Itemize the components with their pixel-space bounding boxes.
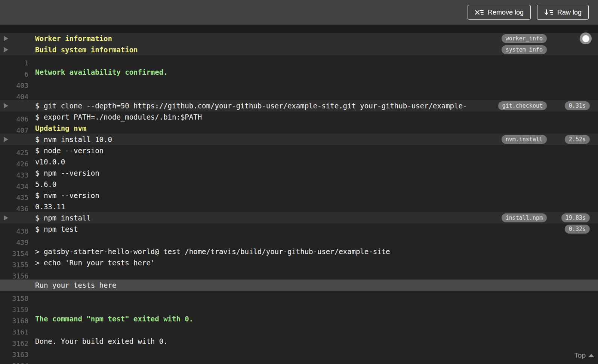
log-line-text: 0.33.11 xyxy=(35,201,598,212)
log-line-text: v10.0.0 xyxy=(35,156,598,167)
log-line-gutter: 3158 xyxy=(0,268,28,280)
fold-toggle-icon[interactable] xyxy=(4,47,8,52)
log-line: 404 Network availability confirmed. xyxy=(0,67,598,78)
log-line-text: Done. Your build exited with 0. xyxy=(35,336,598,347)
log-line-gutter: 3161 xyxy=(0,302,28,313)
build-log: 1 Worker information worker_info 6 Build… xyxy=(0,33,598,347)
raw-log-button[interactable]: Raw log xyxy=(537,5,589,20)
log-line: 407 $ git clone --depth=50 https://githu… xyxy=(0,100,598,111)
log-line-gutter: 436 xyxy=(0,179,28,190)
fold-name-badge: system_info xyxy=(502,45,547,54)
fold-name-badge: nvm.install xyxy=(502,135,547,144)
log-line: 406 xyxy=(0,89,598,100)
log-line-text: $ npm --version xyxy=(35,167,598,179)
top-link-label: Top xyxy=(574,351,586,360)
log-line-gutter: 3160 xyxy=(0,291,28,302)
log-line-text: > gatsby-starter-hello-world@ test /home… xyxy=(35,246,598,257)
fold-name-badge: install.npm xyxy=(502,213,547,222)
triangle-up-icon xyxy=(588,354,594,357)
log-line: 433 $ node --version xyxy=(0,145,598,156)
log-line-gutter: 439 xyxy=(0,212,28,223)
log-line: 424 $ export PATH=./node_modules/.bin:$P… xyxy=(0,111,598,123)
log-line: 435 $ npm --version xyxy=(0,167,598,179)
log-line-gutter: 438 xyxy=(0,201,28,212)
fold-toggle-icon[interactable] xyxy=(4,215,8,220)
log-line: 3154 $ npm test 0.32s xyxy=(0,223,598,235)
duration-badge: 0.32s xyxy=(565,225,590,234)
log-line: 3157 > echo 'Run your tests here' xyxy=(0,257,598,268)
log-line-gutter: 407 xyxy=(0,100,28,111)
log-line-gutter: 433 xyxy=(0,145,28,156)
log-line: 403 xyxy=(0,55,598,67)
scroll-to-top-link[interactable]: Top xyxy=(574,351,594,360)
log-line: 3159 Run your tests here xyxy=(0,280,598,291)
log-line: 3160 xyxy=(0,291,598,302)
log-line-text: The command "npm test" exited with 0. xyxy=(35,313,598,324)
log-line-gutter: 6 xyxy=(0,44,28,55)
log-line: 439 $ npm install install.npm 19.83s xyxy=(0,212,598,223)
fold-toggle-icon[interactable] xyxy=(4,137,8,142)
log-line-gutter: 3159 xyxy=(0,280,28,291)
log-line: 434 v10.0.0 xyxy=(0,156,598,167)
raw-log-icon xyxy=(544,9,553,16)
log-line-text: $ node --version xyxy=(35,145,598,156)
duration-badge: 0.31s xyxy=(565,101,590,110)
log-line-gutter: 404 xyxy=(0,67,28,78)
log-line-text: $ nvm --version xyxy=(35,190,598,201)
log-panel-top-strip xyxy=(0,25,598,33)
log-line: 3155 xyxy=(0,235,598,246)
log-line-text: > echo 'Run your tests here' xyxy=(35,257,598,268)
log-line-gutter: 406 xyxy=(0,89,28,100)
log-line-text: Updating nvm xyxy=(35,123,598,134)
fold-name-badge: git.checkout xyxy=(498,101,547,110)
log-line-text: $ npm test xyxy=(35,223,598,235)
log-line-gutter: 3164 xyxy=(0,336,28,347)
log-line: 3158 xyxy=(0,268,598,280)
log-line: 425 Updating nvm xyxy=(0,123,598,134)
log-toolbar: Remove log Raw log xyxy=(0,0,598,25)
log-line-gutter: 435 xyxy=(0,167,28,179)
log-line-gutter: 3154 xyxy=(0,223,28,235)
log-line: 405 xyxy=(0,78,598,89)
log-line-gutter: 437 xyxy=(0,190,28,201)
log-line: 6 Build system information system_info xyxy=(0,44,598,55)
log-line-gutter: 426 xyxy=(0,134,28,145)
log-line-gutter: 424 xyxy=(0,111,28,123)
raw-log-label: Raw log xyxy=(557,9,582,16)
fold-toggle-icon[interactable] xyxy=(4,36,8,41)
log-line-text: 5.6.0 xyxy=(35,179,598,190)
duration-badge: 19.83s xyxy=(561,213,590,222)
log-line: 436 5.6.0 xyxy=(0,179,598,190)
log-line: 3161 xyxy=(0,302,598,313)
log-line-gutter: 434 xyxy=(0,156,28,167)
log-line: 438 0.33.11 xyxy=(0,201,598,212)
log-line: 3164 Done. Your build exited with 0. xyxy=(0,336,598,347)
log-line-gutter: 405 xyxy=(0,78,28,89)
remove-log-button[interactable]: Remove log xyxy=(468,5,531,20)
log-line-gutter: 3162 xyxy=(0,313,28,324)
log-footer: Top xyxy=(0,347,598,364)
log-line-gutter: 403 xyxy=(0,55,28,67)
log-line-gutter: 3155 xyxy=(0,235,28,246)
log-line: 3162 The command "npm test" exited with … xyxy=(0,313,598,324)
duration-badge: 2.52s xyxy=(565,135,590,144)
log-line: 1 Worker information worker_info xyxy=(0,33,598,44)
log-line: 426 $ nvm install 10.0 nvm.install 2.52s xyxy=(0,134,598,145)
log-position-indicator-icon xyxy=(580,33,592,44)
log-line-gutter: 3157 xyxy=(0,257,28,268)
log-line-text: Network availability confirmed. xyxy=(35,67,598,78)
log-line-text: $ export PATH=./node_modules/.bin:$PATH xyxy=(35,111,598,123)
remove-log-icon xyxy=(475,9,484,16)
line-number[interactable]: 3164 xyxy=(0,360,28,364)
log-line-text: Run your tests here xyxy=(35,280,598,291)
fold-name-badge: worker_info xyxy=(502,34,547,43)
log-line: 3156 > gatsby-starter-hello-world@ test … xyxy=(0,246,598,257)
log-line-gutter: 3156 xyxy=(0,246,28,257)
log-line: 3163 xyxy=(0,324,598,336)
remove-log-label: Remove log xyxy=(488,9,524,16)
log-line-gutter: 1 xyxy=(0,33,28,44)
fold-toggle-icon[interactable] xyxy=(4,103,8,108)
log-line: 437 $ nvm --version xyxy=(0,190,598,201)
log-line-gutter: 3163 xyxy=(0,324,28,336)
log-line-gutter: 425 xyxy=(0,123,28,134)
